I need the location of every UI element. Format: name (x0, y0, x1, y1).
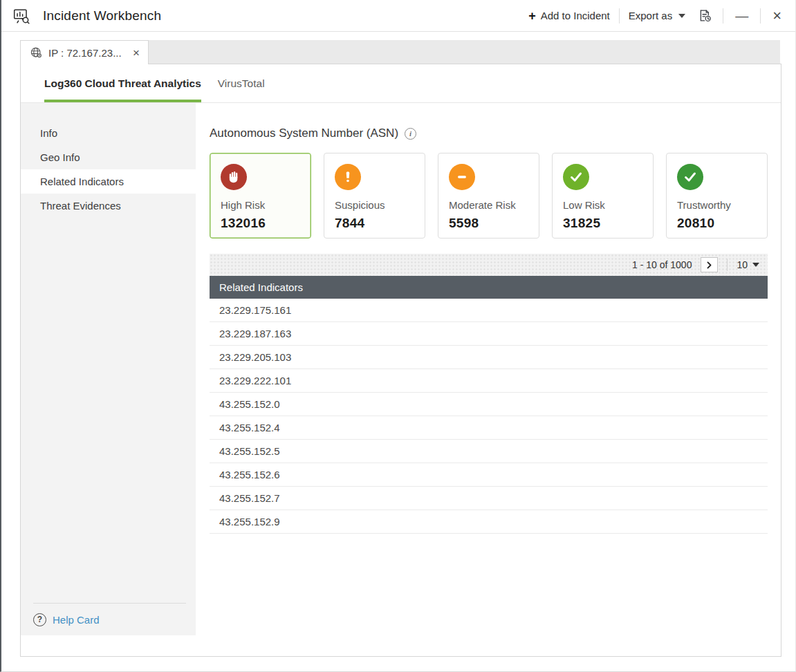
sidebar-item-threat-evidences[interactable]: Threat Evidences (21, 194, 196, 218)
table-header: Related Indicators (210, 276, 768, 299)
sidebar-item-info[interactable]: Info (21, 121, 196, 145)
chevron-down-icon (752, 263, 759, 267)
table-row[interactable]: 43.255.152.4 (210, 416, 768, 440)
table-row[interactable]: 23.229.187.163 (210, 322, 768, 346)
table-row[interactable]: 23.229.175.161 (210, 299, 768, 322)
tab-strip: IP : 72.167.23... × (20, 40, 780, 64)
minus-icon (449, 164, 475, 190)
sidebar-nav: Info Geo Info Related Indicators Threat … (21, 103, 196, 218)
tab-strip-empty (149, 40, 780, 64)
card-trustworthy[interactable]: Trustworthy 20810 (666, 153, 768, 239)
table-row[interactable]: 23.229.205.103 (210, 346, 768, 369)
section-heading: Autonomous System Number (ASN) (210, 127, 398, 140)
card-label: Suspicious (335, 199, 425, 211)
card-label: High Risk (221, 199, 311, 211)
page-size-dropdown[interactable]: 10 (737, 259, 759, 270)
help-card-label: Help Card (53, 614, 100, 626)
add-to-incident-button[interactable]: + Add to Incident (528, 10, 610, 22)
divider (619, 8, 620, 24)
next-page-button[interactable] (701, 257, 718, 272)
tab-label: IP : 72.167.23... (48, 47, 126, 59)
card-label: Moderate Risk (449, 199, 539, 211)
page-title: Incident Workbench (43, 8, 161, 24)
globe-pin-icon (30, 46, 43, 59)
card-label: Trustworthy (677, 199, 767, 211)
risk-cards: High Risk 132016 Suspicious 7844 (210, 153, 781, 239)
chevron-down-icon (678, 14, 685, 18)
related-indicators-table: 1 - 10 of 1000 10 Related Indicators (210, 254, 768, 534)
info-icon[interactable]: i (405, 128, 416, 140)
card-low-risk[interactable]: Low Risk 31825 (552, 153, 654, 239)
table-row[interactable]: 43.255.152.6 (210, 463, 768, 487)
card-value: 20810 (677, 216, 767, 231)
tab-close-icon[interactable]: × (131, 47, 141, 59)
question-mark-icon: ? (33, 613, 46, 626)
add-to-incident-label: Add to Incident (541, 10, 610, 21)
incident-workbench-logo-icon (11, 7, 32, 25)
check-icon (677, 164, 703, 190)
tab-virustotal[interactable]: VirusTotal (218, 64, 265, 102)
card-high-risk[interactable]: High Risk 132016 (210, 153, 311, 239)
sidebar-item-geo-info[interactable]: Geo Info (21, 145, 196, 169)
pagination-bar: 1 - 10 of 1000 10 (210, 254, 768, 276)
card-label: Low Risk (563, 199, 653, 211)
export-history-icon[interactable] (696, 8, 714, 23)
source-tabs: Log360 Cloud Threat Analytics VirusTotal (21, 64, 781, 103)
tab-log360-cloud-threat-analytics[interactable]: Log360 Cloud Threat Analytics (44, 64, 201, 102)
content-area: Autonomous System Number (ASN) i (196, 103, 781, 656)
table-row[interactable]: 43.255.152.9 (210, 510, 768, 534)
card-value: 7844 (335, 216, 425, 231)
divider (723, 8, 723, 24)
sidebar: Info Geo Info Related Indicators Threat … (21, 103, 196, 635)
table-row[interactable]: 43.255.152.0 (210, 393, 768, 416)
sidebar-item-related-indicators[interactable]: Related Indicators (21, 169, 196, 194)
check-icon (563, 164, 589, 190)
main-panel: Log360 Cloud Threat Analytics VirusTotal… (20, 64, 781, 657)
table-row[interactable]: 43.255.152.5 (210, 440, 768, 463)
incident-workbench-window: Incident Workbench + Add to Incident Exp… (0, 0, 796, 672)
divider (760, 8, 761, 24)
pagination-range: 1 - 10 of 1000 (632, 259, 692, 270)
export-as-dropdown[interactable]: Export as (629, 10, 685, 21)
table-row[interactable]: 43.255.152.7 (210, 487, 768, 510)
plus-icon: + (528, 10, 536, 22)
hand-stop-icon (221, 164, 247, 190)
card-value: 132016 (221, 216, 311, 231)
help-card-link[interactable]: ? Help Card (21, 604, 196, 635)
tab-ip-entity[interactable]: IP : 72.167.23... × (20, 40, 149, 64)
page-size-value: 10 (737, 259, 748, 270)
close-button[interactable]: × (770, 8, 784, 24)
minimize-button[interactable]: — (732, 9, 751, 22)
card-value: 5598 (449, 216, 539, 231)
divider (727, 259, 728, 271)
card-moderate-risk[interactable]: Moderate Risk 5598 (438, 153, 539, 239)
table-row[interactable]: 23.229.222.101 (210, 369, 768, 393)
exclamation-icon (335, 164, 361, 190)
card-value: 31825 (563, 216, 653, 231)
export-as-label: Export as (629, 10, 672, 21)
card-suspicious[interactable]: Suspicious 7844 (324, 153, 425, 239)
titlebar: Incident Workbench + Add to Incident Exp… (1, 0, 795, 32)
